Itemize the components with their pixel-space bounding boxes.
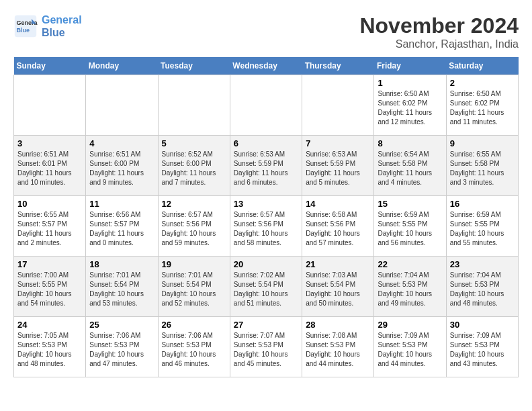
day-number: 19 bbox=[162, 259, 226, 269]
day-cell: 10Sunrise: 6:55 AMSunset: 5:57 PMDayligh… bbox=[14, 196, 86, 257]
logo-text: GeneralBlue bbox=[42, 13, 82, 39]
day-cell bbox=[86, 75, 158, 136]
day-number: 11 bbox=[89, 199, 154, 209]
day-number: 2 bbox=[450, 78, 515, 88]
day-number: 28 bbox=[306, 320, 370, 330]
logo-icon: General Blue bbox=[13, 14, 38, 38]
weekday-header-row: SundayMondayTuesdayWednesdayThursdayFrid… bbox=[14, 57, 519, 75]
day-cell: 14Sunrise: 6:58 AMSunset: 5:56 PMDayligh… bbox=[302, 196, 374, 257]
weekday-header-friday: Friday bbox=[374, 57, 446, 75]
day-info: Sunrise: 6:55 AMSunset: 5:58 PMDaylight:… bbox=[450, 150, 515, 187]
day-info: Sunrise: 6:53 AMSunset: 5:59 PMDaylight:… bbox=[306, 150, 370, 187]
day-number: 27 bbox=[234, 320, 298, 330]
day-cell bbox=[14, 75, 86, 136]
weekday-header-sunday: Sunday bbox=[14, 57, 86, 75]
weekday-header-thursday: Thursday bbox=[302, 57, 374, 75]
day-cell: 1Sunrise: 6:50 AMSunset: 6:02 PMDaylight… bbox=[374, 75, 446, 136]
day-number: 13 bbox=[234, 199, 298, 209]
day-number: 18 bbox=[89, 259, 154, 269]
day-number: 4 bbox=[89, 138, 154, 148]
day-info: Sunrise: 7:00 AMSunset: 5:55 PMDaylight:… bbox=[17, 271, 82, 308]
day-cell: 6Sunrise: 6:53 AMSunset: 5:59 PMDaylight… bbox=[230, 136, 302, 196]
day-info: Sunrise: 6:51 AMSunset: 6:00 PMDaylight:… bbox=[89, 150, 154, 187]
day-number: 26 bbox=[162, 320, 226, 330]
day-cell: 19Sunrise: 7:01 AMSunset: 5:54 PMDayligh… bbox=[158, 257, 230, 317]
week-row-2: 3Sunrise: 6:51 AMSunset: 6:01 PMDaylight… bbox=[14, 136, 519, 196]
day-info: Sunrise: 7:06 AMSunset: 5:53 PMDaylight:… bbox=[89, 331, 154, 369]
day-info: Sunrise: 6:56 AMSunset: 5:57 PMDaylight:… bbox=[89, 210, 154, 248]
day-info: Sunrise: 7:04 AMSunset: 5:53 PMDaylight:… bbox=[450, 271, 515, 308]
day-info: Sunrise: 7:02 AMSunset: 5:54 PMDaylight:… bbox=[234, 271, 298, 308]
day-cell: 2Sunrise: 6:50 AMSunset: 6:02 PMDaylight… bbox=[446, 75, 518, 136]
day-cell: 26Sunrise: 7:06 AMSunset: 5:53 PMDayligh… bbox=[158, 317, 230, 377]
day-number: 17 bbox=[17, 259, 82, 269]
day-number: 24 bbox=[17, 320, 82, 330]
day-cell: 8Sunrise: 6:54 AMSunset: 5:58 PMDaylight… bbox=[374, 136, 446, 196]
day-cell: 12Sunrise: 6:57 AMSunset: 5:56 PMDayligh… bbox=[158, 196, 230, 257]
svg-text:Blue: Blue bbox=[17, 27, 30, 34]
day-number: 23 bbox=[450, 259, 515, 269]
day-cell: 29Sunrise: 7:09 AMSunset: 5:53 PMDayligh… bbox=[374, 317, 446, 377]
day-cell: 16Sunrise: 6:59 AMSunset: 5:55 PMDayligh… bbox=[446, 196, 518, 257]
day-info: Sunrise: 7:09 AMSunset: 5:53 PMDaylight:… bbox=[450, 331, 515, 369]
day-info: Sunrise: 6:50 AMSunset: 6:02 PMDaylight:… bbox=[378, 89, 442, 127]
day-cell: 23Sunrise: 7:04 AMSunset: 5:53 PMDayligh… bbox=[446, 257, 518, 317]
day-number: 25 bbox=[89, 320, 154, 330]
day-number: 22 bbox=[378, 259, 442, 269]
day-cell bbox=[158, 75, 230, 136]
page-header: General Blue GeneralBlue November 2024 S… bbox=[13, 13, 519, 50]
day-number: 15 bbox=[378, 199, 442, 209]
day-cell bbox=[230, 75, 302, 136]
day-cell: 3Sunrise: 6:51 AMSunset: 6:01 PMDaylight… bbox=[14, 136, 86, 196]
day-info: Sunrise: 7:01 AMSunset: 5:54 PMDaylight:… bbox=[162, 271, 226, 308]
day-info: Sunrise: 6:59 AMSunset: 5:55 PMDaylight:… bbox=[378, 210, 442, 248]
weekday-header-monday: Monday bbox=[86, 57, 158, 75]
day-number: 14 bbox=[306, 199, 370, 209]
calendar-table: SundayMondayTuesdayWednesdayThursdayFrid… bbox=[13, 57, 519, 377]
day-number: 9 bbox=[450, 138, 515, 148]
day-info: Sunrise: 6:55 AMSunset: 5:57 PMDaylight:… bbox=[17, 210, 82, 248]
day-number: 7 bbox=[306, 138, 370, 148]
day-info: Sunrise: 6:57 AMSunset: 5:56 PMDaylight:… bbox=[162, 210, 226, 248]
day-number: 21 bbox=[306, 259, 370, 269]
day-number: 30 bbox=[450, 320, 515, 330]
day-info: Sunrise: 7:03 AMSunset: 5:54 PMDaylight:… bbox=[306, 271, 370, 308]
day-cell: 11Sunrise: 6:56 AMSunset: 5:57 PMDayligh… bbox=[86, 196, 158, 257]
day-cell: 18Sunrise: 7:01 AMSunset: 5:54 PMDayligh… bbox=[86, 257, 158, 317]
day-number: 20 bbox=[234, 259, 298, 269]
day-number: 5 bbox=[162, 138, 226, 148]
day-number: 10 bbox=[17, 199, 82, 209]
day-cell: 17Sunrise: 7:00 AMSunset: 5:55 PMDayligh… bbox=[14, 257, 86, 317]
weekday-header-tuesday: Tuesday bbox=[158, 57, 230, 75]
day-number: 1 bbox=[378, 78, 442, 88]
day-info: Sunrise: 7:05 AMSunset: 5:53 PMDaylight:… bbox=[17, 331, 82, 369]
day-cell: 5Sunrise: 6:52 AMSunset: 6:00 PMDaylight… bbox=[158, 136, 230, 196]
month-title: November 2024 bbox=[359, 13, 519, 38]
day-info: Sunrise: 7:06 AMSunset: 5:53 PMDaylight:… bbox=[162, 331, 226, 369]
day-number: 12 bbox=[162, 199, 226, 209]
day-cell: 20Sunrise: 7:02 AMSunset: 5:54 PMDayligh… bbox=[230, 257, 302, 317]
day-number: 16 bbox=[450, 199, 515, 209]
day-info: Sunrise: 7:08 AMSunset: 5:53 PMDaylight:… bbox=[306, 331, 370, 369]
logo: General Blue GeneralBlue bbox=[13, 13, 82, 39]
day-info: Sunrise: 6:52 AMSunset: 6:00 PMDaylight:… bbox=[162, 150, 226, 187]
day-info: Sunrise: 6:58 AMSunset: 5:56 PMDaylight:… bbox=[306, 210, 370, 248]
day-cell: 7Sunrise: 6:53 AMSunset: 5:59 PMDaylight… bbox=[302, 136, 374, 196]
week-row-5: 24Sunrise: 7:05 AMSunset: 5:53 PMDayligh… bbox=[14, 317, 519, 377]
title-section: November 2024 Sanchor, Rajasthan, India bbox=[359, 13, 519, 50]
day-info: Sunrise: 6:51 AMSunset: 6:01 PMDaylight:… bbox=[17, 150, 82, 187]
day-cell: 27Sunrise: 7:07 AMSunset: 5:53 PMDayligh… bbox=[230, 317, 302, 377]
day-info: Sunrise: 6:59 AMSunset: 5:55 PMDaylight:… bbox=[450, 210, 515, 248]
day-cell bbox=[302, 75, 374, 136]
week-row-1: 1Sunrise: 6:50 AMSunset: 6:02 PMDaylight… bbox=[14, 75, 519, 136]
day-cell: 24Sunrise: 7:05 AMSunset: 5:53 PMDayligh… bbox=[14, 317, 86, 377]
day-cell: 21Sunrise: 7:03 AMSunset: 5:54 PMDayligh… bbox=[302, 257, 374, 317]
day-cell: 13Sunrise: 6:57 AMSunset: 5:56 PMDayligh… bbox=[230, 196, 302, 257]
day-cell: 25Sunrise: 7:06 AMSunset: 5:53 PMDayligh… bbox=[86, 317, 158, 377]
day-number: 3 bbox=[17, 138, 82, 148]
day-number: 8 bbox=[378, 138, 442, 148]
day-info: Sunrise: 6:57 AMSunset: 5:56 PMDaylight:… bbox=[234, 210, 298, 248]
day-cell: 9Sunrise: 6:55 AMSunset: 5:58 PMDaylight… bbox=[446, 136, 518, 196]
day-cell: 22Sunrise: 7:04 AMSunset: 5:53 PMDayligh… bbox=[374, 257, 446, 317]
location-subtitle: Sanchor, Rajasthan, India bbox=[359, 38, 519, 50]
